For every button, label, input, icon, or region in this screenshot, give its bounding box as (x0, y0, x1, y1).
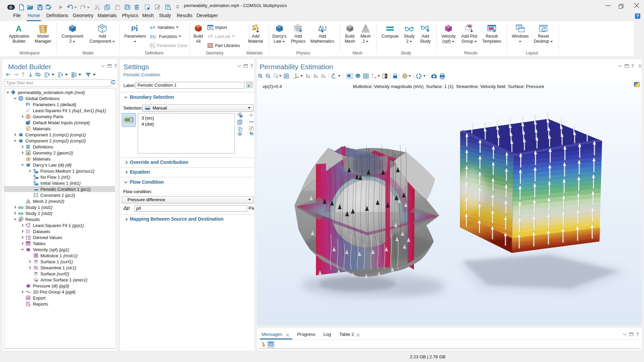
svg-text:z: z (316, 75, 318, 78)
svg-text:A: A (27, 151, 30, 155)
svg-text:f(x): f(x) (150, 34, 156, 39)
svg-text:y: y (309, 75, 310, 78)
svg-text:P: P (151, 44, 153, 48)
svg-text:A: A (16, 24, 21, 33)
svg-text:e-12: e-12 (26, 237, 31, 240)
svg-text:D: D (34, 180, 36, 184)
svg-text:a: a (150, 25, 153, 30)
svg-text:D: D (34, 168, 36, 172)
svg-text:P: P (131, 25, 136, 33)
svg-text:z: z (324, 75, 325, 78)
svg-text:A: A (27, 115, 30, 119)
svg-text:P: P (26, 102, 29, 107)
